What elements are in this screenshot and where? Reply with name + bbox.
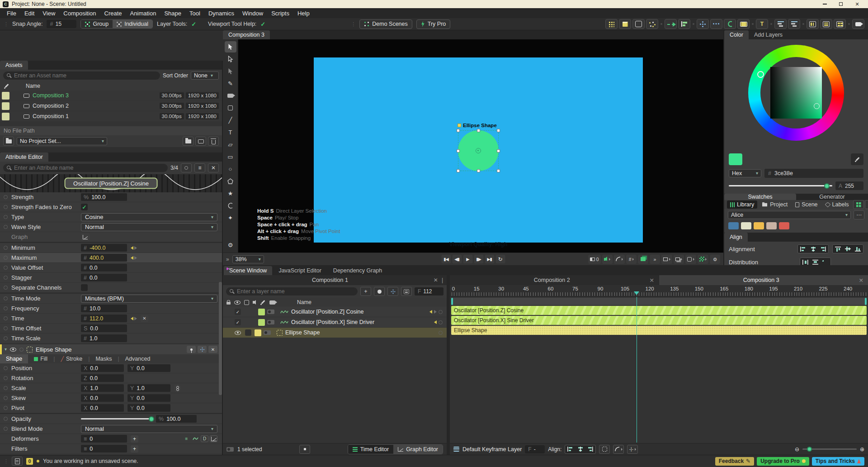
layer-tools-checkbox[interactable]: ✓ xyxy=(191,21,196,28)
demo-scenes-button[interactable]: Demo Scenes xyxy=(359,19,412,29)
keyframe-socket[interactable] xyxy=(4,386,8,390)
hex-value-field[interactable]: #3ce38e xyxy=(764,169,863,178)
viewport-settings-gear[interactable]: ⚙ xyxy=(225,239,236,251)
add-layer-button[interactable]: + xyxy=(360,287,371,296)
statusbar-grip[interactable]: ⋮ xyxy=(4,458,8,464)
menu-create[interactable]: Create xyxy=(100,9,126,18)
next-keyframe-icon[interactable] xyxy=(434,310,437,314)
viewport-zoom-dropdown[interactable]: 38%▾ xyxy=(232,255,264,263)
handle-top-right[interactable] xyxy=(497,129,500,132)
sparkle-tool[interactable]: ✦ xyxy=(225,212,236,224)
asset-color-swatch[interactable] xyxy=(2,113,9,120)
transparency-checker-button[interactable] xyxy=(698,255,709,264)
scale-y-field[interactable]: Y1.0 xyxy=(127,384,170,392)
next-frame-button[interactable]: ▮▶ xyxy=(474,255,483,263)
text-on-path-button[interactable]: T xyxy=(756,19,768,29)
wave-style-dropdown[interactable]: Normal▾ xyxy=(81,223,217,231)
isolate-button[interactable] xyxy=(198,346,207,353)
viewport-tool-help-checkbox[interactable]: ✓ xyxy=(260,21,265,28)
layer-solo-box[interactable] xyxy=(245,329,251,336)
time-scale-field[interactable]: #1.0 xyxy=(81,334,127,342)
palette-options-button[interactable]: ⋯ xyxy=(854,210,864,219)
ease-menu-button[interactable] xyxy=(613,445,624,454)
project-set-dropdown[interactable]: No Project Set...▾ xyxy=(17,137,107,145)
track-oscillator-x[interactable]: Oscillator [Position.X] Sine Driver xyxy=(451,316,867,325)
close-button[interactable]: ✕ xyxy=(849,0,865,8)
skew-y-field[interactable]: Y0.0 xyxy=(127,394,170,402)
blend-mode-dropdown[interactable]: Normal▾ xyxy=(81,425,217,433)
keyframe-socket[interactable] xyxy=(4,276,8,280)
grid-view-button[interactable] xyxy=(853,200,864,209)
track-oscillator-z[interactable]: Oscillator [Position.Z] Cosine xyxy=(451,306,867,315)
tab-shape[interactable]: Shape xyxy=(0,354,28,363)
stagger-down-button[interactable] xyxy=(774,19,787,29)
connection-icon[interactable] xyxy=(192,435,199,442)
handle-top-center[interactable] xyxy=(477,129,480,132)
pivot-x-field[interactable]: X0.0 xyxy=(81,404,124,412)
kf-align-center-button[interactable] xyxy=(576,446,585,453)
remove-connection-button[interactable]: ✕ xyxy=(141,315,148,322)
deformer-list-icon[interactable]: ≡ xyxy=(183,435,190,442)
tab-advanced[interactable]: Advanced xyxy=(119,354,156,363)
bounds-button[interactable] xyxy=(661,255,672,264)
menu-view[interactable]: View xyxy=(38,9,59,18)
filters-field[interactable]: ≡0 xyxy=(81,445,127,453)
lasso-tool[interactable] xyxy=(225,66,236,77)
prev-keyframe-icon[interactable] xyxy=(131,317,133,320)
graph-icon[interactable] xyxy=(210,435,217,442)
pivot-point[interactable] xyxy=(476,148,481,153)
eyedropper-button[interactable] xyxy=(851,153,863,165)
time-editor-button[interactable]: Time Editor xyxy=(348,445,393,454)
playhead-line[interactable] xyxy=(637,297,637,443)
collapse-chevron-icon[interactable]: ▾ xyxy=(5,348,7,351)
columns-layout-button[interactable] xyxy=(807,19,819,29)
tab-swatches[interactable]: Swatches xyxy=(724,194,796,200)
keyframe-socket[interactable] xyxy=(4,215,8,219)
library-button[interactable]: Library xyxy=(727,200,757,209)
notifications-button[interactable] xyxy=(12,457,23,466)
palette-swatch[interactable] xyxy=(741,222,751,229)
handle-middle-left[interactable] xyxy=(457,149,460,152)
keyframe-socket[interactable] xyxy=(4,246,8,250)
close-section-button[interactable]: ✕ xyxy=(208,346,217,353)
keyframe-socket[interactable] xyxy=(4,336,8,340)
rectangle-tool[interactable]: ▭ xyxy=(225,151,236,162)
stagger-up-button[interactable] xyxy=(788,19,800,29)
menu-animation[interactable]: Animation xyxy=(126,9,160,18)
menu-window[interactable]: Window xyxy=(238,9,267,18)
menu-scripts[interactable]: Scripts xyxy=(267,9,293,18)
close-tab-icon[interactable]: ✕ xyxy=(859,277,863,284)
keyframe-socket[interactable] xyxy=(4,195,8,199)
menu-dynamics[interactable]: Dynamics xyxy=(204,9,238,18)
play-button[interactable]: ▶ xyxy=(463,255,472,263)
strength-fades-checkbox[interactable]: ✓ xyxy=(81,204,88,210)
keyframe-socket[interactable] xyxy=(4,406,8,410)
previous-frame-button[interactable]: ◀▮ xyxy=(452,255,462,263)
audio-button[interactable] xyxy=(602,255,613,264)
try-pro-button[interactable]: Try Pro xyxy=(416,19,451,29)
layer-color-swatch[interactable] xyxy=(258,309,265,315)
arc-tool[interactable] xyxy=(225,200,236,211)
rows-layout-button[interactable] xyxy=(820,19,832,29)
panel-divider[interactable] xyxy=(447,275,450,455)
scale-x-field[interactable]: X1.0 xyxy=(81,384,124,392)
asset-row-composition3[interactable]: Composition 3 30.00fps1920 x 1080 xyxy=(0,91,222,100)
type-dropdown[interactable]: Cosine▾ xyxy=(81,213,217,221)
tab-javascript-editor[interactable]: JavaScript Editor xyxy=(273,266,326,275)
line-tool[interactable]: ╱ xyxy=(225,114,236,126)
list-view-button[interactable]: ≡ xyxy=(865,200,868,209)
motion-path-button[interactable] xyxy=(665,19,677,29)
connection-socket[interactable] xyxy=(439,320,443,324)
layer-color-swatch[interactable] xyxy=(258,319,265,326)
asset-color-swatch[interactable] xyxy=(2,102,9,110)
viewport-gear-button[interactable]: ⚙ xyxy=(710,255,720,264)
keyframe-socket[interactable] xyxy=(19,348,24,352)
distribute-button[interactable] xyxy=(697,19,709,29)
composition-stack-button[interactable] xyxy=(674,255,684,264)
alpha-slider[interactable] xyxy=(729,185,832,186)
handle-top-left[interactable] xyxy=(457,129,460,132)
kf-align-left-button[interactable] xyxy=(566,446,575,453)
asset-row-composition2[interactable]: Composition 2 30.00fps1920 x 1080 xyxy=(0,101,222,111)
layer-overlay-button[interactable] xyxy=(638,255,648,264)
add-attribute-button[interactable]: ≡ xyxy=(194,163,205,172)
